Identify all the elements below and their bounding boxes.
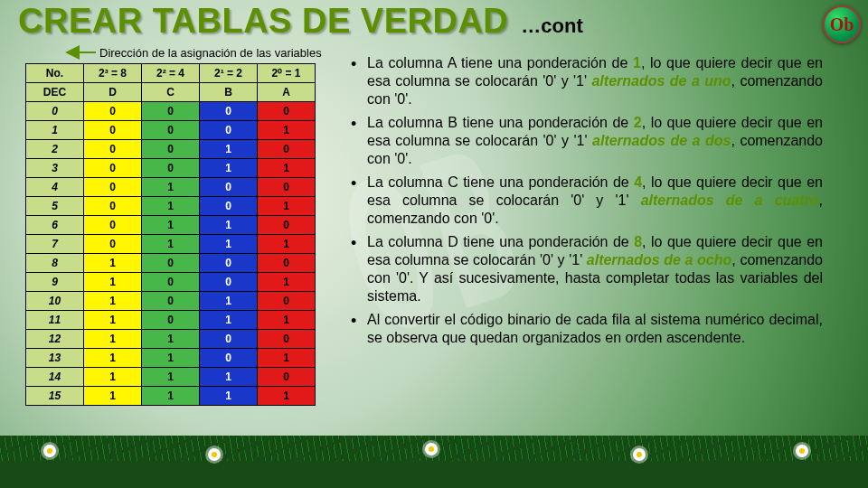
cell-A: 1 (258, 159, 316, 178)
cell-A: 0 (258, 178, 316, 197)
hdr-w4: 2² = 4 (142, 64, 200, 83)
cell-B: 1 (200, 368, 258, 387)
flower-icon (796, 445, 808, 457)
bullet-3: La columna C tiene una ponderación de 4,… (349, 174, 823, 228)
bullet-1: La columna A tiene una ponderación de 1,… (349, 54, 823, 108)
cell-index: 10 (26, 292, 84, 311)
cell-C: 0 (142, 292, 200, 311)
cell-D: 1 (84, 254, 142, 273)
cell-B: 1 (200, 292, 258, 311)
cell-C: 1 (142, 387, 200, 406)
truth-table: No. 2³ = 8 2² = 4 2¹ = 2 2⁰ = 1 DEC D C … (25, 63, 316, 406)
cell-C: 0 (142, 121, 200, 140)
table-body: 0000010001200103001140100501016011070111… (26, 102, 316, 406)
slide-title: CREAR TABLAS DE VERDAD (18, 2, 508, 41)
table-row: 91001 (26, 273, 316, 292)
hdr-w1: 2⁰ = 1 (258, 64, 316, 83)
hdr-D: D (84, 83, 142, 102)
hdr-w2: 2¹ = 2 (200, 64, 258, 83)
cell-index: 3 (26, 159, 84, 178)
cell-A: 1 (258, 121, 316, 140)
cell-A: 1 (258, 387, 316, 406)
cell-index: 12 (26, 330, 84, 349)
cell-B: 0 (200, 330, 258, 349)
bullet-2: La columna B tiene una ponderación de 2,… (349, 114, 823, 168)
hdr-B: B (200, 83, 258, 102)
bullet-4: La columna D tiene una ponderación de 8,… (349, 233, 823, 305)
cell-C: 1 (142, 368, 200, 387)
cell-A: 1 (258, 235, 316, 254)
b2-alt: alternados de a dos (592, 133, 731, 148)
table-row: 00000 (26, 102, 316, 121)
table-header-weights: No. 2³ = 8 2² = 4 2¹ = 2 2⁰ = 1 (26, 64, 316, 83)
cell-C: 1 (142, 216, 200, 235)
hdr-no: No. (26, 64, 84, 83)
arrow-caption: Dirección de la asignación de las variab… (99, 46, 322, 60)
hdr-C: C (142, 83, 200, 102)
cell-B: 0 (200, 273, 258, 292)
cell-index: 1 (26, 121, 84, 140)
hdr-dec: DEC (26, 83, 84, 102)
hdr-A: A (258, 83, 316, 102)
cell-D: 1 (84, 330, 142, 349)
cell-index: 15 (26, 387, 84, 406)
table-row: 151111 (26, 387, 316, 406)
cell-index: 14 (26, 368, 84, 387)
b3-t1: La columna C tiene una ponderación de (367, 174, 634, 190)
flower-icon (43, 445, 56, 457)
table-row: 121100 (26, 330, 316, 349)
b5-t: Al convertir el código binario de cada f… (367, 312, 823, 345)
b3-n: 4 (634, 174, 642, 190)
table-row: 70111 (26, 235, 316, 254)
cell-C: 0 (142, 159, 200, 178)
cell-B: 0 (200, 178, 258, 197)
cell-D: 1 (84, 292, 142, 311)
cell-D: 0 (84, 102, 142, 121)
arrow-left-icon (65, 45, 80, 60)
cell-B: 0 (200, 254, 258, 273)
cell-C: 0 (142, 254, 200, 273)
slide-title-row: CREAR TABLAS DE VERDAD …cont (18, 2, 583, 41)
cell-index: 4 (26, 178, 84, 197)
arrow-caption-row: Dirección de la asignación de las variab… (65, 45, 322, 60)
cell-A: 0 (258, 330, 316, 349)
cell-D: 1 (84, 368, 142, 387)
table-row: 20010 (26, 140, 316, 159)
cell-B: 0 (200, 349, 258, 368)
cell-A: 0 (258, 368, 316, 387)
cell-A: 0 (258, 216, 316, 235)
cell-B: 0 (200, 121, 258, 140)
b4-alt: alternados de a ocho (587, 252, 732, 267)
table-row: 101010 (26, 292, 316, 311)
cell-A: 0 (258, 292, 316, 311)
cell-C: 1 (142, 349, 200, 368)
cell-index: 13 (26, 349, 84, 368)
cell-D: 0 (84, 121, 142, 140)
cell-A: 0 (258, 140, 316, 159)
flower-icon (633, 448, 646, 461)
cell-D: 0 (84, 178, 142, 197)
table-row: 81000 (26, 254, 316, 273)
cell-index: 11 (26, 311, 84, 330)
cell-index: 8 (26, 254, 84, 273)
b2-t1: La columna B tiene una ponderación de (367, 115, 634, 130)
b2-n: 2 (634, 115, 642, 130)
b4-n: 8 (634, 234, 642, 249)
cell-D: 1 (84, 311, 142, 330)
cell-index: 2 (26, 140, 84, 159)
table-header-vars: DEC D C B A (26, 83, 316, 102)
b1-t1: La columna A tiene una ponderación de (367, 55, 633, 70)
hdr-w8: 2³ = 8 (84, 64, 142, 83)
ob-badge: Ob (823, 5, 861, 43)
cell-D: 1 (84, 349, 142, 368)
bullet-5: Al convertir el código binario de cada f… (349, 311, 823, 347)
cell-B: 1 (200, 140, 258, 159)
cell-D: 1 (84, 387, 142, 406)
cell-C: 1 (142, 330, 200, 349)
b3-alt: alternados de a cuatro (641, 192, 819, 208)
cell-A: 0 (258, 254, 316, 273)
table-row: 111011 (26, 311, 316, 330)
cell-D: 0 (84, 216, 142, 235)
cell-D: 0 (84, 159, 142, 178)
cell-C: 0 (142, 102, 200, 121)
